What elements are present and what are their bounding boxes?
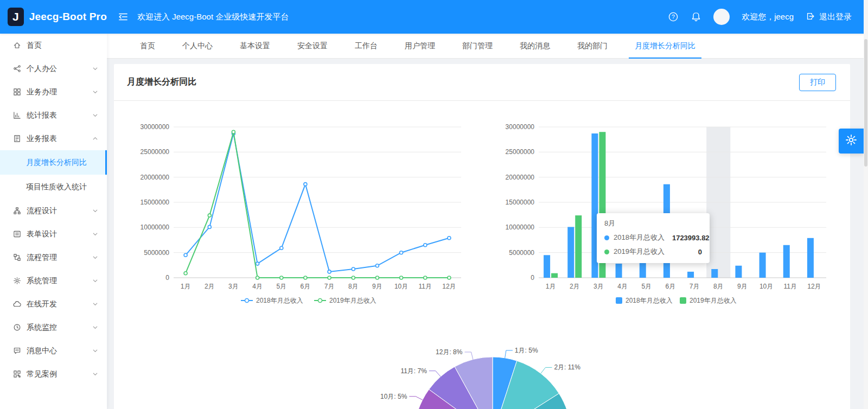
tab-item[interactable]: 我的部门 bbox=[564, 34, 621, 58]
user-greeting: 欢迎您，jeecg bbox=[742, 12, 794, 22]
print-button[interactable]: 打印 bbox=[799, 74, 836, 91]
bar-chart[interactable]: 0500000010000000150000002000000025000000… bbox=[491, 113, 838, 308]
sidebar-item[interactable]: 表单设计 bbox=[0, 222, 107, 246]
svg-text:11月: 11月 bbox=[784, 283, 797, 290]
svg-text:6月: 6月 bbox=[301, 283, 311, 290]
chart-tooltip: 8月2018年月总收入1723993.822019年月总收入0 bbox=[597, 213, 710, 263]
svg-text:?: ? bbox=[672, 14, 675, 20]
svg-text:25000000: 25000000 bbox=[506, 148, 535, 156]
chevron-down-icon bbox=[91, 111, 99, 119]
cluster-icon bbox=[13, 207, 21, 215]
avatar[interactable] bbox=[713, 9, 730, 25]
tab-item[interactable]: 基本设置 bbox=[226, 34, 284, 58]
gear-icon bbox=[13, 277, 21, 285]
scrollbar-thumb[interactable] bbox=[864, 39, 867, 167]
svg-text:8月: 8月 bbox=[348, 283, 359, 290]
form-icon bbox=[13, 230, 21, 238]
chevron-down-icon bbox=[91, 323, 99, 331]
share-icon bbox=[13, 65, 21, 73]
svg-text:3月: 3月 bbox=[593, 283, 604, 290]
header-actions: ? 欢迎您，jeecg 退出登录 bbox=[668, 9, 868, 25]
svg-text:10月: 5%: 10月: 5% bbox=[380, 393, 407, 400]
svg-text:0: 0 bbox=[165, 274, 169, 282]
svg-text:2月: 2月 bbox=[570, 283, 580, 290]
svg-text:10月: 10月 bbox=[760, 283, 773, 290]
sidebar-item[interactable]: 系统监控 bbox=[0, 316, 107, 339]
theme-settings-button[interactable] bbox=[839, 129, 864, 154]
brand[interactable]: J Jeecg-Boot Pro bbox=[0, 8, 107, 26]
tab-item[interactable]: 首页 bbox=[126, 34, 169, 58]
report-icon bbox=[13, 135, 21, 143]
sidebar-item[interactable]: 系统管理 bbox=[0, 269, 107, 292]
svg-text:5000000: 5000000 bbox=[144, 249, 169, 257]
line-chart[interactable]: 0500000010000000150000002000000025000000… bbox=[126, 113, 473, 308]
tooltip-row: 2018年月总收入1723993.82 bbox=[604, 233, 702, 242]
tab-item[interactable]: 工作台 bbox=[341, 34, 391, 58]
chevron-down-icon bbox=[91, 277, 99, 285]
sidebar-item-label: 系统监控 bbox=[27, 323, 91, 333]
message-icon bbox=[13, 347, 21, 355]
svg-text:5月: 5月 bbox=[641, 283, 652, 290]
menu-fold-icon[interactable] bbox=[118, 11, 129, 22]
pie-chart[interactable]: 1月: 5%2月: 11%10月: 5%11月: 7%12月: 8% bbox=[239, 335, 727, 409]
tab-item[interactable]: 安全设置 bbox=[284, 34, 341, 58]
svg-text:4月: 4月 bbox=[252, 283, 263, 290]
svg-text:12月: 12月 bbox=[807, 283, 821, 290]
sidebar-item-label: 业务报表 bbox=[27, 134, 91, 144]
flow-icon bbox=[13, 253, 21, 261]
series-marker bbox=[604, 235, 609, 240]
svg-text:8月: 8月 bbox=[713, 283, 724, 290]
sidebar-subitem[interactable]: 项目性质收入统计 bbox=[0, 175, 107, 199]
sidebar-item[interactable]: 流程管理 bbox=[0, 246, 107, 269]
sidebar-item-label: 表单设计 bbox=[27, 229, 91, 239]
svg-text:3月: 3月 bbox=[228, 283, 239, 290]
sidebar-item[interactable]: 业务报表 bbox=[0, 127, 107, 150]
gear-icon bbox=[845, 133, 858, 149]
tab-item[interactable]: 用户管理 bbox=[391, 34, 449, 58]
svg-text:12月: 8%: 12月: 8% bbox=[436, 348, 463, 356]
monitor-icon bbox=[13, 323, 21, 331]
grid-icon bbox=[13, 370, 21, 378]
sidebar-item[interactable]: 在线开发 bbox=[0, 292, 107, 316]
logout-button[interactable]: 退出登录 bbox=[806, 11, 852, 23]
svg-text:25000000: 25000000 bbox=[141, 148, 170, 156]
sidebar-item[interactable]: 流程设计 bbox=[0, 199, 107, 222]
svg-text:2019年月总收入: 2019年月总收入 bbox=[329, 297, 376, 304]
brand-name: Jeecg-Boot Pro bbox=[29, 11, 107, 23]
sidebar: 首页个人办公业务办理统计报表业务报表月度增长分析同比项目性质收入统计流程设计表单… bbox=[0, 34, 107, 409]
svg-text:9月: 9月 bbox=[737, 283, 748, 290]
sidebar-item[interactable]: 消息中心 bbox=[0, 339, 107, 362]
svg-text:5000000: 5000000 bbox=[509, 249, 534, 257]
cloud-icon bbox=[13, 300, 21, 308]
tab-active[interactable]: 月度增长分析同比 bbox=[621, 34, 709, 58]
sidebar-item[interactable]: 统计报表 bbox=[0, 104, 107, 127]
appstore-icon bbox=[13, 88, 21, 96]
svg-text:2月: 11%: 2月: 11% bbox=[554, 363, 580, 371]
svg-text:30000000: 30000000 bbox=[141, 123, 170, 131]
sidebar-item-label: 业务办理 bbox=[27, 87, 91, 97]
bell-icon[interactable] bbox=[691, 11, 701, 22]
logout-label: 退出登录 bbox=[819, 12, 852, 22]
home-icon bbox=[13, 41, 21, 49]
sidebar-item[interactable]: 首页 bbox=[0, 34, 107, 57]
tooltip-row: 2019年月总收入0 bbox=[604, 247, 702, 257]
sidebar-item[interactable]: 业务办理 bbox=[0, 80, 107, 104]
bar-chart-icon bbox=[13, 111, 21, 119]
svg-text:20000000: 20000000 bbox=[506, 174, 535, 181]
sidebar-subitem[interactable]: 月度增长分析同比 bbox=[0, 150, 107, 175]
tab-bar: 首页个人中心基本设置安全设置工作台用户管理部门管理我的消息我的部门月度增长分析同… bbox=[107, 34, 868, 59]
sidebar-item[interactable]: 个人办公 bbox=[0, 57, 107, 80]
svg-text:7月: 7月 bbox=[324, 283, 335, 290]
sidebar-item[interactable]: 常见案例 bbox=[0, 362, 107, 386]
chevron-down-icon bbox=[91, 88, 99, 96]
help-icon[interactable]: ? bbox=[668, 11, 679, 22]
sidebar-item-label: 系统管理 bbox=[27, 276, 91, 286]
bar-chart-canvas: 0500000010000000150000002000000025000000… bbox=[491, 113, 838, 308]
tab-item[interactable]: 部门管理 bbox=[449, 34, 506, 58]
tab-item[interactable]: 我的消息 bbox=[506, 34, 564, 58]
svg-text:15000000: 15000000 bbox=[141, 199, 170, 206]
page-scrollbar[interactable] bbox=[864, 0, 868, 409]
pie-chart-canvas: 1月: 5%2月: 11%10月: 5%11月: 7%12月: 8% bbox=[239, 335, 727, 409]
sidebar-item-label: 常见案例 bbox=[27, 369, 91, 379]
tab-item[interactable]: 个人中心 bbox=[169, 34, 226, 58]
